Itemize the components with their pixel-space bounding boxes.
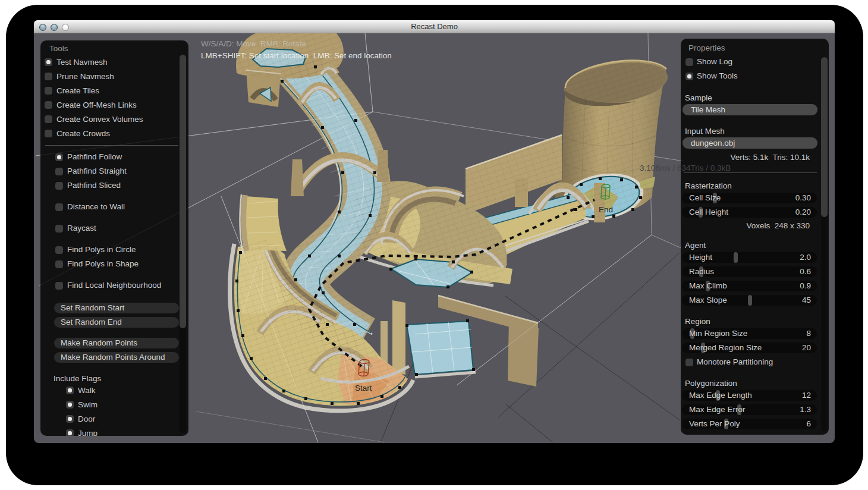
svg-text:Start: Start [355, 384, 372, 392]
svg-text:End: End [599, 205, 613, 214]
